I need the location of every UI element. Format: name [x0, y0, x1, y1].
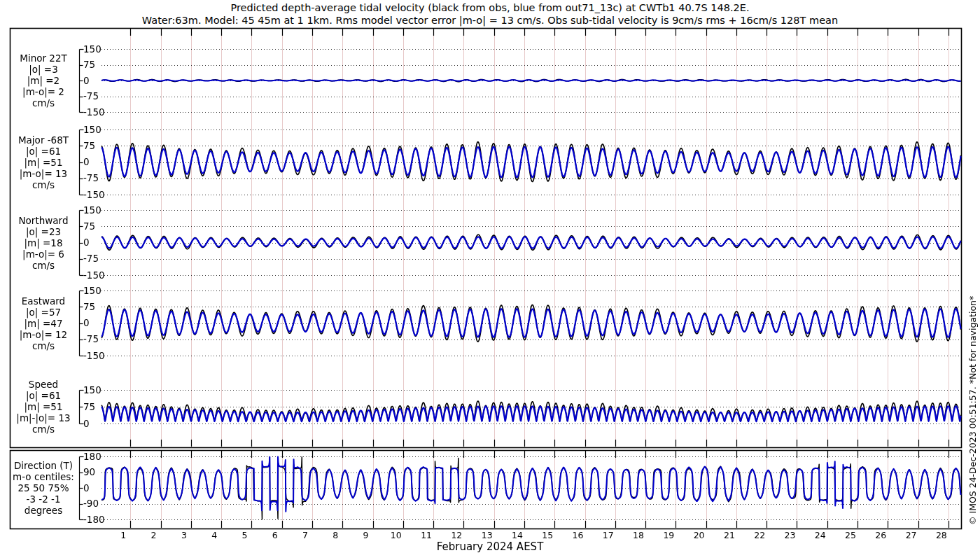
ytick-label: 75	[83, 401, 95, 412]
panel-label-line: |o| =61	[8, 146, 78, 157]
panel-label-line: |m| =47	[8, 318, 78, 329]
ytick-label: -180	[83, 514, 105, 525]
day-label: 28	[933, 530, 950, 540]
panel-label-direction: Direction (T)m-o centiles:25 50 75%-3 -2…	[8, 460, 78, 516]
panel-label-line: |m| =51	[8, 401, 78, 412]
panel-label-line: cm/s	[8, 424, 78, 435]
day-label: 1	[115, 530, 132, 540]
ytick-label: 0	[83, 418, 90, 429]
day-label: 8	[327, 530, 344, 540]
day-label: 18	[630, 530, 647, 540]
panel-label-line: cm/s	[8, 260, 78, 271]
panel-label-line: cm/s	[8, 179, 78, 190]
panel-label-northward: Northward|o| =23|m| =18|m-o|= 6cm/s	[8, 215, 78, 271]
panel-label-line: Northward	[8, 215, 78, 226]
day-label: 26	[872, 530, 889, 540]
panel-label-line: -3 -2 -1	[8, 493, 78, 505]
ytick-label: -75	[83, 172, 99, 183]
panel-label-line: Eastward	[8, 295, 78, 307]
panel-label-line: |m|-|o|= 13	[8, 412, 78, 424]
panel-label-line: degrees	[8, 505, 78, 516]
panel-label-line: |o| =57	[8, 307, 78, 318]
ytick-label: -75	[83, 333, 99, 344]
panel-label-line: cm/s	[8, 340, 78, 351]
panel-label-line: Minor 22T	[8, 52, 78, 64]
ytick-label: -150	[83, 350, 105, 361]
ytick-label: -150	[83, 106, 105, 118]
ytick-label: 0	[83, 75, 90, 86]
day-label: 15	[539, 530, 556, 540]
panel-label-line: |m-o|= 6	[8, 248, 78, 260]
panel-label-line: Direction (T)	[8, 460, 78, 471]
panel-label-line: m-o centiles:	[8, 471, 78, 482]
panel-label-line: Speed	[8, 379, 78, 390]
ytick-label: 90	[83, 466, 95, 477]
watermark-text: © IMOS 24-Dec-2023 00:51:57. *Not for na…	[967, 296, 978, 525]
panel-label-minor: Minor 22T|o| =3|m| =2|m-o|= 2cm/s	[8, 52, 78, 108]
day-label: 10	[388, 530, 405, 540]
ytick-label: 150	[83, 285, 102, 296]
day-label: 6	[267, 530, 284, 540]
panel-label-major: Major -68T|o| =61|m| =51|m-o|= 13cm/s	[8, 134, 78, 190]
day-label: 20	[691, 530, 708, 540]
day-label: 4	[206, 530, 223, 540]
tidal-velocity-figure: Predicted depth-average tidal velocity (…	[0, 0, 980, 560]
day-label: 22	[751, 530, 768, 540]
day-label: 21	[721, 530, 738, 540]
panel-label-line: 25 50 75%	[8, 482, 78, 493]
ytick-label: -90	[83, 498, 99, 509]
day-label: 16	[570, 530, 587, 540]
ytick-label: -75	[83, 253, 99, 264]
day-label: 7	[297, 530, 314, 540]
ytick-label: 150	[83, 43, 102, 55]
panel-label-line: |o| =3	[8, 64, 78, 75]
ytick-label: 150	[83, 384, 102, 396]
day-label: 27	[903, 530, 920, 540]
ytick-label: 0	[83, 317, 90, 328]
ytick-label: -150	[83, 189, 105, 200]
day-label: 2	[146, 530, 162, 540]
panel-label-line: |o| =61	[8, 390, 78, 401]
day-label: 9	[358, 530, 374, 540]
day-label: 24	[812, 530, 829, 540]
panel-label-speed: Speed|o| =61|m| =51|m|-|o|= 13cm/s	[8, 379, 78, 435]
ytick-label: 75	[83, 301, 95, 312]
day-label: 17	[600, 530, 617, 540]
xaxis-month-label: February 2024 AEST	[0, 540, 980, 553]
ytick-label: 75	[83, 59, 95, 70]
ytick-label: 150	[83, 204, 102, 216]
day-label: 3	[176, 530, 192, 540]
ytick-label: -75	[83, 90, 99, 102]
panel-label-line: |m| =18	[8, 237, 78, 248]
day-label: 23	[781, 530, 798, 540]
panel-label-eastward: Eastward|o| =57|m| =47|m-o|= 12cm/s	[8, 295, 78, 351]
panel-label-line: cm/s	[8, 97, 78, 108]
ytick-label: 75	[83, 220, 95, 232]
day-label: 13	[479, 530, 496, 540]
ytick-label: 0	[83, 237, 90, 248]
ytick-label: 150	[83, 124, 102, 135]
day-label: 5	[236, 530, 253, 540]
panel-label-line: |m-o|= 13	[8, 168, 78, 179]
ytick-label: 75	[83, 140, 95, 151]
panel-label-line: |m-o|= 12	[8, 329, 78, 340]
panel-label-line: |m-o|= 2	[8, 86, 78, 97]
day-label: 11	[418, 530, 435, 540]
day-label: 19	[660, 530, 677, 540]
panel-label-line: |o| =23	[8, 226, 78, 237]
plot-canvas	[0, 0, 980, 560]
day-label: 25	[842, 530, 859, 540]
panel-label-line: Major -68T	[8, 134, 78, 146]
day-label: 12	[448, 530, 465, 540]
ytick-label: 180	[83, 451, 102, 462]
ytick-label: 0	[83, 482, 90, 493]
day-label: 14	[509, 530, 526, 540]
panel-label-line: |m| =51	[8, 157, 78, 168]
panel-label-line: |m| =2	[8, 75, 78, 86]
ytick-label: 0	[83, 156, 90, 167]
ytick-label: -150	[83, 270, 105, 281]
